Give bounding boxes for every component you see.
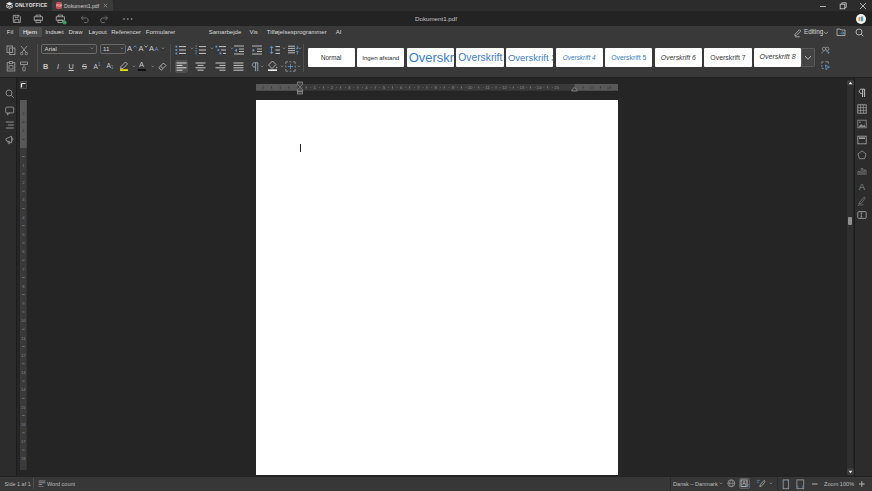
svg-text:A: A: [742, 479, 746, 485]
svg-text:18: 18: [21, 456, 26, 461]
svg-text:15: 15: [21, 405, 26, 410]
svg-text:12: 12: [21, 353, 26, 358]
svg-text:16: 16: [21, 422, 26, 427]
svg-text:14: 14: [537, 85, 542, 90]
svg-text:A: A: [859, 181, 866, 192]
svg-text:14: 14: [21, 387, 26, 392]
svg-text:13: 13: [520, 85, 525, 90]
svg-text:17: 17: [589, 85, 594, 90]
svg-text:10: 10: [21, 318, 26, 323]
svg-text:18: 18: [607, 85, 612, 90]
svg-text:15: 15: [554, 85, 559, 90]
svg-text:11: 11: [485, 85, 490, 90]
svg-text:17: 17: [21, 439, 26, 444]
svg-text:10: 10: [468, 85, 473, 90]
svg-text:12: 12: [502, 85, 507, 90]
svg-text:13: 13: [21, 370, 26, 375]
